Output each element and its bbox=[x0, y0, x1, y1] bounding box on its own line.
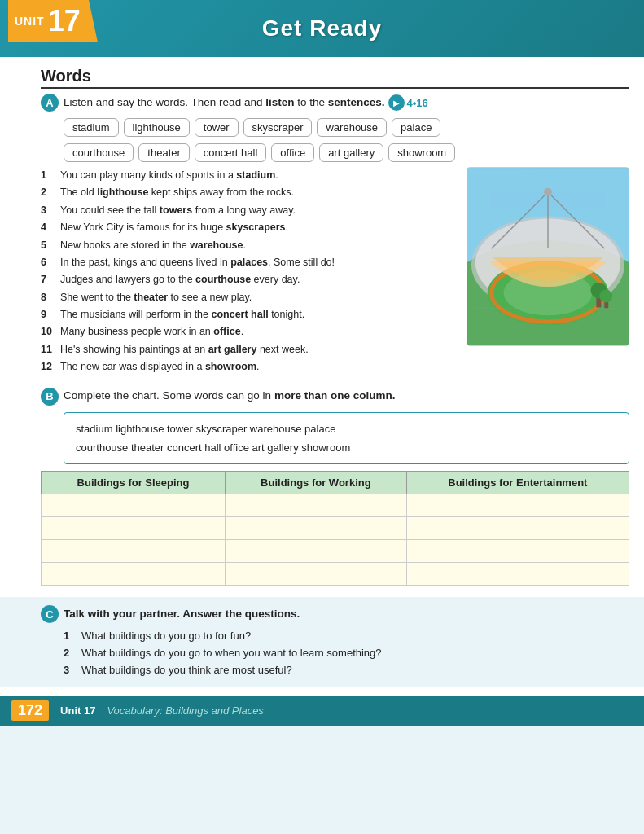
footer-unit: Unit 17 bbox=[60, 705, 95, 717]
audio-label: 4•16 bbox=[407, 97, 428, 109]
word-stadium: stadium bbox=[64, 118, 119, 137]
sentence-8: 8 She went to the theater to see a new p… bbox=[41, 289, 457, 306]
word-showroom: showroom bbox=[388, 143, 455, 162]
content-with-image: 1 You can play many kinds of sports in a… bbox=[41, 167, 629, 376]
svg-point-10 bbox=[544, 188, 552, 196]
cell-sleep-2[interactable] bbox=[42, 517, 226, 540]
footer-topic: Vocabulary: Buildings and Places bbox=[107, 705, 263, 717]
col-entertainment: Buildings for Entertainment bbox=[406, 472, 629, 494]
cell-sleep-4[interactable] bbox=[42, 563, 226, 586]
cell-sleep-3[interactable] bbox=[42, 540, 226, 563]
word-lighthouse: lighthouse bbox=[124, 118, 190, 137]
activity-a-badge: A bbox=[41, 94, 59, 112]
sentence-12: 12 The new car was displayed in a showro… bbox=[41, 358, 457, 375]
word-boxes-row1: stadium lighthouse tower skyscraper ware… bbox=[64, 118, 629, 137]
activity-b-badge: B bbox=[41, 388, 59, 406]
activity-a-row: A Listen and say the words. Then read an… bbox=[41, 94, 629, 112]
page-footer: 172 Unit 17 Vocabulary: Buildings and Pl… bbox=[0, 696, 644, 726]
cell-work-3[interactable] bbox=[226, 540, 407, 563]
sentence-4: 4 New York City is famous for its huge s… bbox=[41, 219, 457, 236]
word-palace: palace bbox=[392, 118, 440, 137]
sentence-1: 1 You can play many kinds of sports in a… bbox=[41, 167, 457, 184]
talk-q-3-text: What buildings do you think are most use… bbox=[81, 662, 292, 679]
word-art-gallery: art gallery bbox=[319, 143, 383, 162]
word-warehouse: warehouse bbox=[317, 118, 387, 137]
col-sleeping: Buildings for Sleeping bbox=[42, 472, 226, 494]
talk-q-3: 3 What buildings do you think are most u… bbox=[64, 662, 629, 679]
cell-ent-2[interactable] bbox=[406, 517, 629, 540]
unit-number: 17 bbox=[48, 7, 81, 36]
chart-word-bank: stadium lighthouse tower skyscraper ware… bbox=[64, 412, 629, 465]
sentence-9: 9 The musicians will perform in the conc… bbox=[41, 306, 457, 323]
section-b: B Complete the chart. Some words can go … bbox=[41, 388, 629, 586]
talk-q-1: 1 What buildings do you go to for fun? bbox=[64, 628, 629, 645]
section-c: C Talk with your partner. Answer the que… bbox=[0, 597, 644, 687]
svg-point-14 bbox=[599, 290, 612, 303]
word-tower: tower bbox=[195, 118, 239, 137]
word-courthouse: courthouse bbox=[64, 143, 134, 162]
cell-ent-4[interactable] bbox=[406, 563, 629, 586]
word-bank-row2: courthouse theater concert hall office a… bbox=[76, 441, 350, 454]
table-row bbox=[42, 540, 629, 563]
table-row bbox=[42, 494, 629, 517]
unit-badge: UNIT 17 bbox=[8, 0, 98, 42]
activity-a-instruction: Listen and say the words. Then read and … bbox=[64, 95, 385, 111]
stadium-image bbox=[467, 167, 629, 346]
talk-questions: 1 What buildings do you go to for fun? 2… bbox=[64, 628, 629, 678]
word-theater: theater bbox=[138, 143, 189, 162]
cell-work-2[interactable] bbox=[226, 517, 407, 540]
activity-b-instruction: Complete the chart. Some words can go in… bbox=[64, 388, 395, 404]
table-row bbox=[42, 517, 629, 540]
word-boxes-row2: courthouse theater concert hall office a… bbox=[64, 143, 629, 162]
page-title: Get Ready bbox=[262, 15, 383, 42]
cell-work-1[interactable] bbox=[226, 494, 407, 517]
sentence-3: 3 You could see the tall towers from a l… bbox=[41, 202, 457, 219]
activity-c-instruction: Talk with your partner. Answer the quest… bbox=[64, 607, 300, 622]
sentence-11: 11 He's showing his paintings at an art … bbox=[41, 341, 457, 358]
activity-c-row: C Talk with your partner. Answer the que… bbox=[41, 605, 629, 623]
audio-icon[interactable]: ▶ bbox=[388, 94, 405, 111]
sentence-2: 2 The old lighthouse kept ships away fro… bbox=[41, 184, 457, 201]
sentence-10: 10 Many business people work in an offic… bbox=[41, 323, 457, 340]
word-office: office bbox=[271, 143, 314, 162]
activity-b-row: B Complete the chart. Some words can go … bbox=[41, 388, 629, 406]
unit-text: UNIT bbox=[15, 15, 45, 28]
talk-q-2-text: What buildings do you go to when you wan… bbox=[81, 645, 382, 662]
cell-sleep-1[interactable] bbox=[42, 494, 226, 517]
section-words-label: Words bbox=[41, 67, 629, 89]
word-skyscraper: skyscraper bbox=[243, 118, 313, 137]
main-content: Words A Listen and say the words. Then r… bbox=[0, 57, 644, 696]
sentences-list: 1 You can play many kinds of sports in a… bbox=[41, 167, 457, 376]
sentence-6: 6 In the past, kings and queens lived in… bbox=[41, 254, 457, 271]
word-bank-row1: stadium lighthouse tower skyscraper ware… bbox=[76, 423, 335, 435]
footer-page: 172 bbox=[11, 700, 49, 721]
word-concert-hall: concert hall bbox=[195, 143, 266, 162]
sentence-7: 7 Judges and lawyers go to the courthous… bbox=[41, 271, 457, 288]
chart-table: Buildings for Sleeping Buildings for Wor… bbox=[41, 471, 629, 586]
talk-q-1-text: What buildings do you go to for fun? bbox=[81, 628, 251, 645]
table-header-row: Buildings for Sleeping Buildings for Wor… bbox=[42, 472, 629, 494]
cell-ent-1[interactable] bbox=[406, 494, 629, 517]
table-row bbox=[42, 563, 629, 586]
cell-ent-3[interactable] bbox=[406, 540, 629, 563]
page-header: UNIT 17 Get Ready bbox=[0, 0, 644, 57]
talk-q-2: 2 What buildings do you go to when you w… bbox=[64, 645, 629, 662]
cell-work-4[interactable] bbox=[226, 563, 407, 586]
col-working: Buildings for Working bbox=[226, 472, 407, 494]
activity-c-badge: C bbox=[41, 605, 59, 623]
sentence-5: 5 New books are stored in the warehouse. bbox=[41, 237, 457, 254]
